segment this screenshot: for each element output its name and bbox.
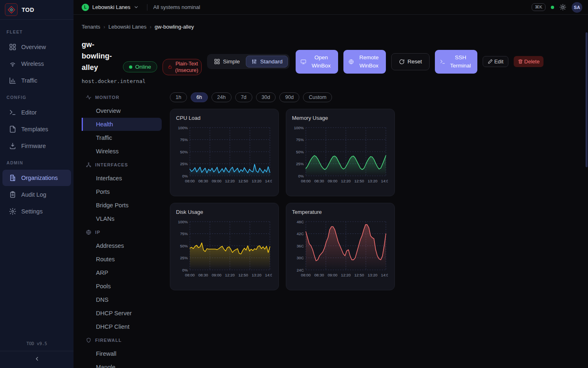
- chart-title: Disk Usage: [176, 209, 273, 215]
- sidebar-item-overview[interactable]: Overview: [2, 39, 71, 55]
- device-subnav: MONITOROverviewHealthTrafficWirelessINTE…: [82, 91, 162, 368]
- sidebar-collapse-button[interactable]: [0, 351, 74, 366]
- subnav-item-dns[interactable]: DNS: [82, 293, 162, 306]
- chart-title: Temperature: [292, 209, 389, 215]
- file-icon: [9, 126, 16, 133]
- app-version: TOD v9.5: [0, 337, 74, 351]
- time-range-6h[interactable]: 6h: [191, 92, 208, 102]
- sidebar-item-firmware[interactable]: Firmware: [2, 138, 71, 154]
- subnav-group-label: INTERFACES: [95, 162, 128, 167]
- button-label: Reset: [408, 58, 422, 65]
- sidebar-item-organizations[interactable]: Organizations: [2, 170, 71, 186]
- status-badge-online: Online: [123, 61, 157, 72]
- subnav-item-ports[interactable]: Ports: [82, 185, 162, 198]
- svg-text:08:30: 08:30: [314, 273, 324, 277]
- sidebar-item-editor[interactable]: Editor: [2, 104, 71, 121]
- delete-button[interactable]: Delete: [514, 56, 544, 67]
- svg-text:12:50: 12:50: [354, 179, 364, 183]
- sidebar-item-settings[interactable]: Settings: [2, 203, 71, 220]
- view-mode-simple[interactable]: Simple: [209, 56, 245, 67]
- pencil-icon: [488, 59, 493, 64]
- subnav-item-routes[interactable]: Routes: [82, 253, 162, 266]
- device-host: host.docker.internal: [82, 78, 118, 84]
- sidebar-header: TOD: [0, 0, 74, 20]
- svg-text:36C: 36C: [297, 244, 304, 248]
- svg-text:08:00: 08:00: [185, 273, 195, 277]
- insecure-badge: Plain-Text (Insecure): [163, 59, 202, 75]
- globe-icon: [86, 229, 91, 235]
- chart-card-temperature: Temperature 48C42C36C30C24C08:0008:3009:…: [286, 203, 395, 290]
- time-range-24h[interactable]: 24h: [212, 92, 232, 102]
- svg-text:50%: 50%: [296, 150, 304, 154]
- svg-text:0%: 0%: [182, 174, 188, 178]
- time-range-90d[interactable]: 90d: [279, 92, 299, 102]
- time-range-30d[interactable]: 30d: [256, 92, 276, 102]
- breadcrumb-lebowski-lanes[interactable]: Lebowski Lanes: [109, 24, 147, 30]
- open-winbox-button[interactable]: Open WinBox: [296, 50, 338, 74]
- chart-card-cpu-load: CPU Load 100%75%50%25%0%08:0008:3009:001…: [170, 109, 279, 196]
- sidebar-section-admin: ADMIN: [0, 155, 74, 169]
- app-root: TOD FLEET Overview Wireless TrafficCONFI…: [0, 0, 588, 368]
- sidebar-item-traffic[interactable]: Traffic: [2, 72, 71, 89]
- svg-text:0%: 0%: [182, 268, 188, 272]
- subnav-item-bridge-ports[interactable]: Bridge Ports: [82, 199, 162, 212]
- subnav-item-traffic[interactable]: Traffic: [82, 131, 162, 144]
- view-mode-label: Simple: [223, 58, 240, 65]
- insecure-label: Plain-Text (Insecure): [175, 61, 198, 74]
- monitor-icon: [301, 59, 306, 65]
- time-range-7d[interactable]: 7d: [235, 92, 252, 102]
- svg-text:08:30: 08:30: [198, 179, 208, 183]
- view-mode-label: Standard: [260, 58, 283, 65]
- grid-icon: [9, 43, 16, 51]
- sidebar-item-audit-log[interactable]: Audit Log: [2, 186, 71, 203]
- activity-icon: [86, 94, 91, 100]
- sidebar-item-wireless[interactable]: Wireless: [2, 56, 71, 72]
- user-avatar[interactable]: SA: [572, 2, 582, 13]
- breadcrumb-tenants[interactable]: Tenants: [82, 24, 100, 30]
- building-icon: [9, 174, 16, 182]
- button-label: Remote WinBox: [357, 54, 381, 70]
- time-range-1h[interactable]: 1h: [170, 92, 187, 102]
- subnav-item-dhcp-client[interactable]: DHCP Client: [82, 320, 162, 333]
- subnav-item-dhcp-server[interactable]: DHCP Server: [82, 307, 162, 320]
- chart-title: CPU Load: [176, 115, 273, 121]
- device-title-block: gw-bowling-alley host.docker.internal: [82, 39, 118, 84]
- edit-button[interactable]: Edit: [483, 56, 508, 67]
- svg-text:09:00: 09:00: [212, 273, 221, 277]
- sidebar-item-label: Firmware: [21, 143, 46, 149]
- remote-winbox-button[interactable]: Remote WinBox: [343, 50, 386, 74]
- sidebar-section-fleet: FLEET: [0, 24, 74, 38]
- theme-toggle-sun-icon[interactable]: [559, 4, 566, 11]
- time-range-custom[interactable]: Custom: [303, 92, 332, 102]
- refresh-icon: [399, 59, 405, 65]
- ssh-terminal-button[interactable]: SSH Terminal: [435, 50, 477, 74]
- online-dot-icon: [129, 65, 132, 69]
- subnav-group-monitor: MONITOR: [82, 91, 162, 104]
- command-palette-shortcut[interactable]: ⌘K: [532, 3, 546, 11]
- chart-card-disk-usage: Disk Usage 100%75%50%25%0%08:0008:3009:0…: [170, 203, 279, 290]
- subnav-item-firewall[interactable]: Firewall: [82, 347, 162, 360]
- chart-memory-usage: 100%75%50%25%0%08:0008:3009:0012:2012:50…: [292, 123, 388, 191]
- subnav-item-addresses[interactable]: Addresses: [82, 239, 162, 252]
- button-label: Open WinBox: [309, 54, 334, 70]
- view-mode-standard[interactable]: Standard: [246, 56, 288, 67]
- svg-text:12:20: 12:20: [225, 179, 235, 183]
- subnav-item-arp[interactable]: ARP: [82, 266, 162, 279]
- subnav-item-wireless[interactable]: Wireless: [82, 145, 162, 158]
- subnav-group-label: FIREWALL: [95, 338, 122, 343]
- tenant-switcher[interactable]: L Lebowski Lanes: [79, 2, 141, 13]
- subnav-item-health[interactable]: Health: [82, 118, 162, 131]
- reset-button[interactable]: Reset: [391, 53, 430, 70]
- scrollbar-thumb[interactable]: [586, 32, 588, 167]
- download-icon: [9, 142, 16, 150]
- subnav-item-overview[interactable]: Overview: [82, 104, 162, 117]
- subnav-item-mangle[interactable]: Mangle: [82, 361, 162, 368]
- subnav-item-interfaces[interactable]: Interfaces: [82, 172, 162, 185]
- svg-text:12:20: 12:20: [225, 273, 235, 277]
- svg-text:14:00: 14:00: [381, 179, 388, 183]
- chart-bar-icon: [9, 77, 16, 84]
- time-range-selector: 1h6h24h7d30d90dCustom: [170, 92, 395, 102]
- subnav-item-vlans[interactable]: VLANs: [82, 212, 162, 225]
- subnav-item-pools[interactable]: Pools: [82, 280, 162, 293]
- sidebar-item-templates[interactable]: Templates: [2, 121, 71, 137]
